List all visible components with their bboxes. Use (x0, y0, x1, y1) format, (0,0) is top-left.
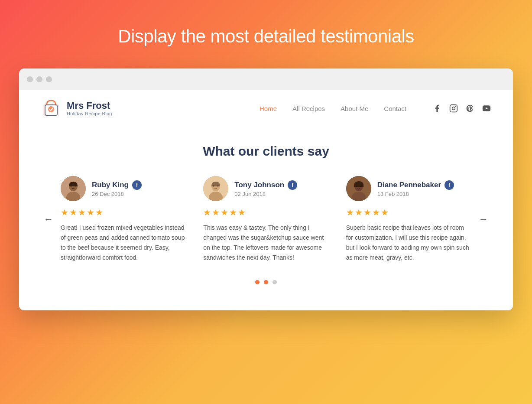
pinterest-icon[interactable] (465, 104, 475, 113)
logo-icon (41, 98, 62, 119)
pagination-dot-2[interactable] (264, 280, 268, 284)
prev-arrow[interactable]: ← (41, 212, 56, 227)
nav-contact[interactable]: Contact (384, 105, 406, 112)
avatar-diane (346, 176, 371, 201)
nav-home[interactable]: Home (260, 105, 277, 112)
reviewer-name-2: Tony Johnson (234, 181, 284, 189)
main-content: What our clients say ← (19, 127, 513, 310)
reviewer-header-1: Ruby King f 26 Dec 2018 (61, 176, 186, 201)
testimonial-card-3: Diane Pennebaker f 13 Feb 2018 ★ ★ ★ ★ (346, 176, 471, 263)
fb-badge-3: f (444, 180, 454, 190)
reviewer-header-3: Diane Pennebaker f 13 Feb 2018 (346, 176, 471, 201)
svg-point-5 (455, 106, 456, 107)
navbar: Mrs Frost Holiday Recipe Blog Home All R… (19, 90, 513, 127)
reviewer-info-1: Ruby King f 26 Dec 2018 (92, 180, 142, 197)
pagination-dots (41, 280, 491, 284)
svg-point-10 (75, 186, 76, 187)
reviewer-name-1: Ruby King (92, 181, 129, 189)
reviewer-date-1: 26 Dec 2018 (92, 191, 142, 197)
browser-bar (19, 68, 513, 90)
reviewer-info-3: Diane Pennebaker f 13 Feb 2018 (377, 180, 454, 197)
review-text-3: Superb basic recipe that leaves lots of … (346, 223, 471, 263)
pagination-dot-1[interactable] (255, 280, 260, 284)
youtube-icon[interactable] (482, 104, 491, 113)
hero-title: Display the most detailed testimonials (109, 0, 423, 68)
browser-dot-red (27, 76, 33, 82)
nav-links: Home All Recipes About Me Contact (260, 105, 406, 112)
logo-text-area: Mrs Frost Holiday Recipe Blog (67, 101, 112, 116)
logo-area: Mrs Frost Holiday Recipe Blog (41, 98, 112, 119)
reviewer-date-2: 02 Jun 2018 (234, 191, 297, 197)
logo-name: Mrs Frost (67, 101, 112, 111)
nav-all-recipes[interactable]: All Recipes (292, 105, 325, 112)
reviewer-name-3: Diane Pennebaker (377, 181, 441, 189)
reviewer-date-3: 13 Feb 2018 (377, 191, 454, 197)
fb-badge-1: f (132, 180, 142, 190)
svg-point-19 (356, 186, 357, 187)
testimonials-grid: Ruby King f 26 Dec 2018 ★ ★ ★ ★ ★ (56, 176, 476, 263)
svg-point-14 (213, 186, 214, 187)
review-text-2: This was easy & tastey. The only thing I… (203, 223, 328, 263)
browser-dot-yellow (36, 76, 42, 82)
next-arrow[interactable]: → (476, 212, 491, 227)
testimonials-container: ← (41, 176, 491, 263)
reviewer-info-2: Tony Johnson f 02 Jun 2018 (234, 180, 297, 197)
instagram-icon[interactable] (449, 104, 458, 113)
site-content: Mrs Frost Holiday Recipe Blog Home All R… (19, 90, 513, 310)
svg-point-4 (452, 107, 455, 110)
avatar-tony (203, 176, 228, 201)
reviewer-header-2: Tony Johnson f 02 Jun 2018 (203, 176, 328, 201)
reviewer-name-row-2: Tony Johnson f (234, 180, 297, 190)
reviewer-name-row-3: Diane Pennebaker f (377, 180, 454, 190)
reviewer-name-row-1: Ruby King f (92, 180, 142, 190)
avatar-ruby (61, 176, 86, 201)
nav-about-me[interactable]: About Me (341, 105, 368, 112)
stars-3: ★ ★ ★ ★ ★ (346, 207, 471, 218)
stars-1: ★ ★ ★ ★ ★ (61, 207, 186, 218)
browser-window: Mrs Frost Holiday Recipe Blog Home All R… (19, 68, 513, 310)
stars-2: ★ ★ ★ ★ ★ (203, 207, 328, 218)
fb-badge-2: f (288, 180, 297, 190)
logo-subtitle: Holiday Recipe Blog (67, 111, 112, 116)
facebook-icon[interactable] (432, 104, 442, 113)
svg-point-20 (360, 186, 361, 187)
testimonial-card-2: Tony Johnson f 02 Jun 2018 ★ ★ ★ ★ ★ (203, 176, 328, 263)
testimonial-card-1: Ruby King f 26 Dec 2018 ★ ★ ★ ★ ★ (61, 176, 186, 263)
social-icons (432, 104, 491, 113)
svg-point-15 (217, 186, 219, 187)
review-text-1: Great! I used frozen mixed vegetables in… (61, 223, 186, 263)
svg-point-9 (71, 186, 72, 187)
svg-rect-3 (450, 105, 457, 112)
browser-dot-green (46, 76, 52, 82)
pagination-dot-3[interactable] (272, 280, 277, 284)
section-title: What our clients say (41, 144, 491, 159)
